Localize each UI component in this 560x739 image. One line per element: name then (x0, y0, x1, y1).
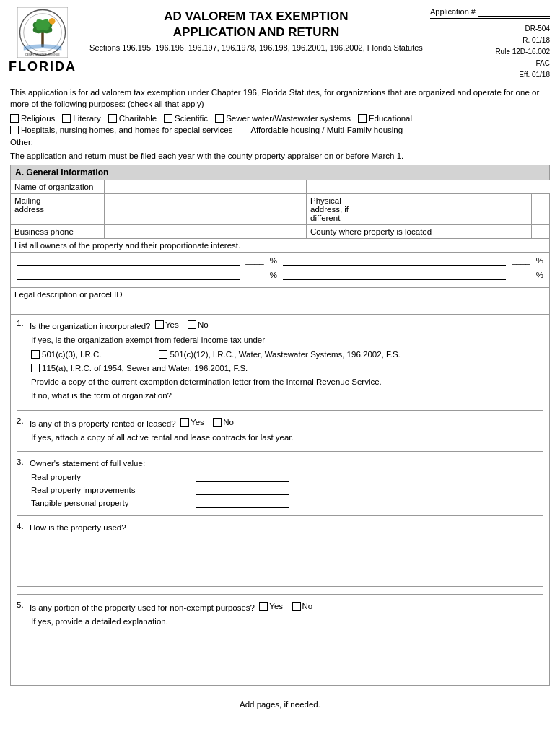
q2-yes-checkbox[interactable]: Yes (180, 416, 204, 428)
q1-sub1: If yes, is the organization exempt from … (31, 334, 543, 346)
checkbox-charitable[interactable]: Charitable (108, 114, 157, 123)
pct-sym-2: % (270, 271, 277, 279)
pct-label-2: ____ (245, 271, 264, 279)
literary-checkbox[interactable] (62, 114, 71, 123)
intro-text: This application is for ad valorem tax e… (10, 87, 550, 110)
checkbox-scientific[interactable]: Scientific (164, 114, 208, 123)
charitable-checkbox[interactable] (108, 114, 117, 123)
q5-no-checkbox[interactable]: No (292, 600, 313, 612)
q3-num: 3. (17, 458, 30, 466)
svg-text:DEPARTMENT OF REVENUE: DEPARTMENT OF REVENUE (25, 53, 60, 56)
name-row: Name of organization (11, 180, 550, 194)
legal-desc-cell[interactable]: Legal description or parcel ID (11, 288, 550, 315)
q5-no-cb[interactable] (292, 602, 301, 611)
q5-sub: If yes, provide a detailed explanation. (17, 616, 543, 628)
sewer-checkbox[interactable] (215, 114, 224, 123)
question-1-block: 1. Is the organization incorporated? Yes… (17, 319, 543, 402)
q2-text: Is any of this property rented or leased… (30, 416, 543, 429)
religious-label: Religious (21, 114, 55, 123)
q5-yes-checkbox[interactable]: Yes (259, 600, 283, 612)
real-property-improvements-row: Real property improvements (31, 485, 543, 495)
charitable-label: Charitable (119, 114, 157, 123)
checkbox-row-1: Religious Literary Charitable Scientific… (10, 114, 550, 123)
q3-text-label: Owner's statement of full value: (30, 458, 543, 469)
checkbox-religious[interactable]: Religious (10, 114, 55, 123)
checkbox-literary[interactable]: Literary (62, 114, 100, 123)
real-property-row: Real property (31, 472, 543, 482)
q5-yes-cb[interactable] (259, 602, 268, 611)
educational-label: Educational (369, 114, 412, 123)
q1-501c3-cb[interactable] (31, 350, 40, 359)
checkbox-row-2: Hospitals, nursing homes, and homes for … (10, 126, 550, 134)
checkbox-affordable[interactable]: Affordable housing / Multi-Family housin… (240, 126, 403, 134)
q5-line: 5. Is any portion of the property used f… (17, 600, 543, 613)
q5-answer-area[interactable] (17, 630, 543, 673)
county-input-cell[interactable] (532, 225, 550, 239)
phone-input-cell[interactable] (105, 225, 307, 239)
q2-yes-cb[interactable] (180, 418, 189, 427)
real-property-field[interactable] (196, 472, 289, 482)
other-input[interactable] (36, 137, 550, 147)
q5-num: 5. (17, 600, 30, 609)
educational-checkbox[interactable] (358, 114, 367, 123)
checkbox-hospitals[interactable]: Hospitals, nursing homes, and homes for … (10, 126, 232, 134)
owner1-name-field2[interactable] (283, 255, 506, 266)
real-property-label: Real property (31, 473, 190, 481)
q2-no-checkbox[interactable]: No (213, 416, 234, 428)
q4-num: 4. (17, 522, 30, 530)
q1-yes-checkbox[interactable]: Yes (155, 319, 179, 331)
q2-line: 2. Is any of this property rented or lea… (17, 416, 543, 429)
owner1-name-field[interactable] (17, 255, 240, 266)
pct-end-label-1: ____ (512, 256, 530, 265)
q1-501c12-cb[interactable] (159, 350, 167, 359)
q1-no-cb[interactable] (188, 320, 196, 329)
phone-row: Business phone County where property is … (11, 225, 550, 239)
owner2-name-field[interactable] (17, 270, 240, 280)
real-property-improvements-label: Real property improvements (31, 486, 190, 494)
q1-no-checkbox[interactable]: No (188, 319, 209, 331)
pct-end-sym-1: % (536, 256, 543, 265)
owners-input-area[interactable]: ____ % ____ % ____ % ____ % (11, 253, 550, 288)
checkbox-educational[interactable]: Educational (358, 114, 412, 123)
physical-label-cell: Physical address, if different (307, 194, 532, 225)
florida-label: FLORIDA (9, 59, 76, 74)
mailing-input-cell[interactable] (105, 194, 307, 225)
owner2-name-field2[interactable] (283, 270, 506, 280)
question-5-block: 5. Is any portion of the property used f… (17, 600, 543, 673)
name-input-cell[interactable] (105, 180, 307, 194)
religious-checkbox[interactable] (10, 114, 19, 123)
app-info-block: Application # DR-504 R. 01/18 Rule 12D-1… (430, 7, 550, 81)
tangible-field[interactable] (196, 498, 289, 508)
literary-label: Literary (73, 114, 100, 123)
q1-115a-cb[interactable] (31, 364, 40, 372)
scientific-label: Scientific (175, 114, 208, 123)
q4-answer-area[interactable] (17, 536, 543, 587)
affordable-checkbox[interactable] (240, 126, 248, 134)
hospitals-checkbox[interactable] (10, 126, 19, 134)
owners-label-cell: List all owners of the property and thei… (11, 239, 550, 253)
q1-sub4: Provide a copy of the current exemption … (31, 376, 543, 388)
svg-point-9 (49, 18, 56, 25)
checkbox-sewer[interactable]: Sewer water/Wastewater systems (215, 114, 351, 123)
q3-values: Real property Real property improvements… (17, 472, 543, 508)
pct-label-1: ____ (245, 256, 264, 265)
legal-desc-row: Legal description or parcel ID (11, 288, 550, 315)
q1-yes-cb[interactable] (155, 320, 164, 329)
divider-1 (17, 410, 543, 411)
q2-num: 2. (17, 416, 30, 425)
q2-no-cb[interactable] (213, 418, 222, 427)
owners-header-row: List all owners of the property and thei… (11, 239, 550, 253)
scientific-checkbox[interactable] (164, 114, 172, 123)
page-header: DEPARTMENT OF REVENUE FLORIDA AD VALOREM… (10, 7, 550, 81)
divider-2 (17, 451, 543, 452)
physical-input-cell[interactable] (532, 194, 550, 225)
pct-sym-1: % (270, 256, 277, 265)
affordable-label: Affordable housing / Multi-Family housin… (250, 126, 403, 134)
legal-desc-label: Legal description or parcel ID (14, 290, 546, 299)
tangible-label: Tangible personal property (31, 499, 190, 507)
divider-4 (17, 594, 543, 595)
pct-end-label-2: ____ (512, 271, 530, 279)
q5-text: Is any portion of the property used for … (30, 600, 543, 613)
owners-fields-row: ____ % ____ % ____ % ____ % (11, 253, 550, 288)
real-property-improvements-field[interactable] (196, 485, 289, 495)
